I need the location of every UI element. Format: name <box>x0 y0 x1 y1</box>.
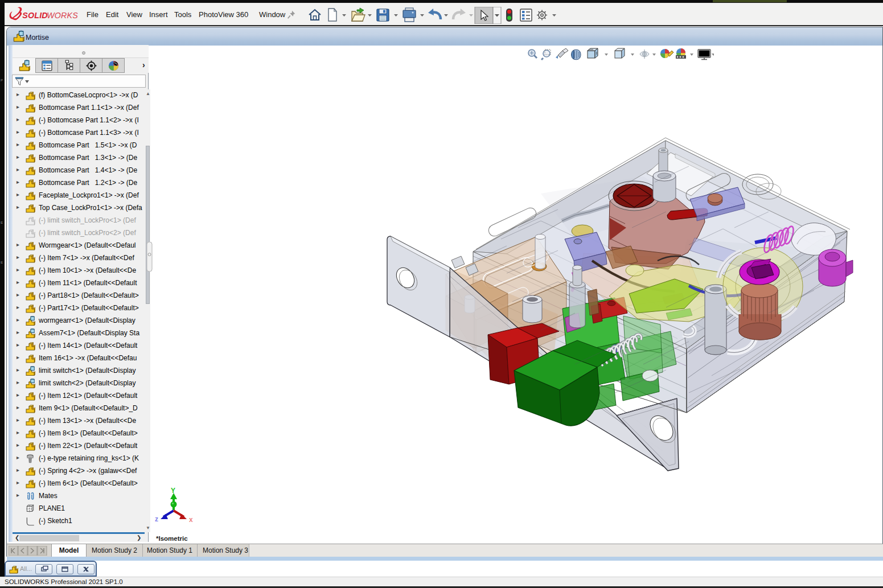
svg-text:SOLID: SOLID <box>22 11 48 20</box>
svg-text:z: z <box>155 515 158 523</box>
svg-text:x: x <box>189 516 193 524</box>
svg-text:WORKS: WORKS <box>47 11 78 20</box>
svg-text:Y: Y <box>171 487 175 495</box>
